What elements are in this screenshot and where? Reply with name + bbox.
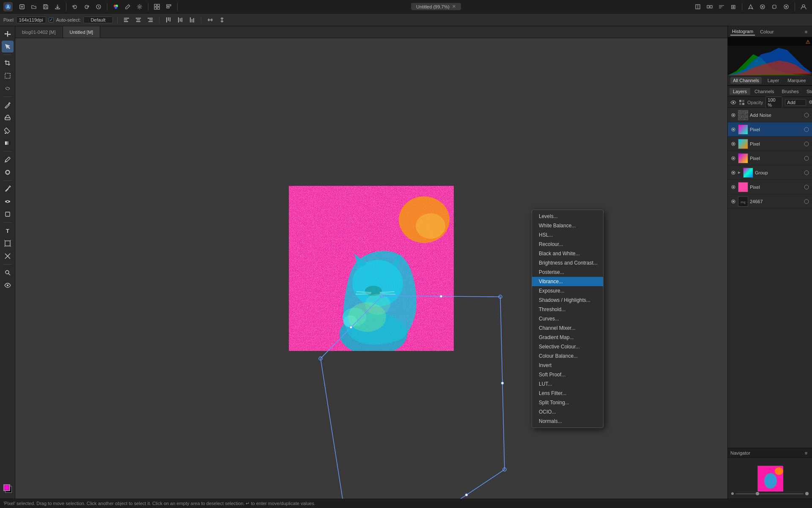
menu-item-posterise[interactable]: Posterise... [532, 268, 603, 277]
menu-item-hsl[interactable]: HSL... [532, 230, 603, 240]
menu-item-invert[interactable]: Invert [532, 361, 603, 370]
menu-item-recolour[interactable]: Recolour... [532, 240, 603, 249]
menu-new[interactable] [17, 2, 27, 12]
tool-select[interactable] [2, 41, 14, 52]
distribute-v[interactable] [217, 15, 227, 25]
menu-item-normals[interactable]: Normals... [532, 417, 603, 426]
menu-item-exposure[interactable]: Exposure... [532, 286, 603, 295]
menu-item-lut[interactable]: LUT... [532, 379, 603, 389]
menu-item-lens-filter[interactable]: Lens Filter... [532, 389, 603, 398]
tool-pen[interactable] [2, 183, 14, 195]
tool-freehand[interactable] [2, 83, 14, 94]
align-middle-v[interactable] [176, 15, 185, 25]
nav-menu-icon[interactable]: ≡ [803, 450, 809, 456]
layer-item-pixel-1[interactable]: Pixel [728, 122, 812, 137]
view-toggle[interactable] [693, 2, 703, 12]
tool-artboard[interactable] [2, 237, 14, 249]
layer-item-pixel-3[interactable]: Pixel [728, 151, 812, 166]
macro-btn[interactable]: ⊞ [728, 2, 738, 12]
menu-history[interactable] [93, 2, 104, 12]
menu-open[interactable] [29, 2, 39, 12]
menu-item-colour-balance[interactable]: Colour Balance... [532, 351, 603, 361]
align-right[interactable] [145, 15, 155, 25]
tool-eyedropper[interactable] [2, 154, 14, 166]
menu-item-vibrance[interactable]: Vibrance... [532, 277, 603, 286]
layer-vis-group[interactable] [730, 170, 736, 176]
blend-mode[interactable]: Add [785, 99, 806, 106]
panel-tab-stock[interactable]: Stock [803, 88, 812, 95]
hist-tab-colour[interactable]: Colour [758, 28, 775, 35]
layer-item-add-noise[interactable]: Add Noise [728, 108, 812, 122]
tool-text[interactable]: T [2, 225, 14, 237]
size-value[interactable]: 164x119dpi [16, 17, 46, 23]
layer-vis-0[interactable] [730, 112, 736, 118]
menu-item-levels[interactable]: Levels... [532, 212, 603, 221]
subtab-layer[interactable]: Layer [765, 77, 782, 84]
tool-recolor[interactable] [2, 166, 14, 178]
layer-vis-5[interactable] [730, 199, 736, 204]
tool-color-swatch[interactable] [2, 483, 14, 494]
menu-item-brightness-contrast[interactable]: Brightness and Contrast... [532, 258, 603, 268]
tool-move[interactable] [2, 28, 14, 40]
tool-erase[interactable] [2, 112, 14, 124]
align-left[interactable] [122, 15, 131, 25]
align-bottom[interactable] [187, 15, 197, 25]
align-center-h[interactable] [134, 15, 143, 25]
nav-slider-track[interactable] [735, 493, 804, 494]
group-arrow[interactable]: ▶ [738, 171, 741, 174]
tool-zoom[interactable] [2, 267, 14, 279]
menu-item-ocio[interactable]: OCIO... [532, 407, 603, 417]
menu-item-gradient-map[interactable]: Gradient Map... [532, 333, 603, 342]
tool-slice[interactable] [2, 250, 14, 262]
menu-export[interactable] [52, 2, 63, 12]
menu-item-shadows-highlights[interactable]: Shadows / Highlights... [532, 295, 603, 305]
layer-item-group[interactable]: ▶ Group [728, 166, 812, 180]
tool-marquee[interactable] [2, 70, 14, 82]
hist-expand[interactable]: ≡ [803, 28, 809, 35]
title-close[interactable]: ✕ [452, 4, 456, 9]
distribute-h[interactable] [206, 15, 215, 25]
layer-item-pixel-2[interactable]: Pixel [728, 137, 812, 151]
layer-item-24667[interactable]: img 24667 [728, 194, 812, 209]
layer-vis-4[interactable] [730, 184, 736, 190]
menu-undo[interactable] [70, 2, 80, 12]
tool-node[interactable] [2, 196, 14, 207]
tool-crop[interactable] [2, 57, 14, 69]
tool-view[interactable] [2, 279, 14, 291]
toolbar-btn-3[interactable] [769, 2, 779, 12]
menu-item-black-white[interactable]: Black and White... [532, 249, 603, 258]
menu-redo[interactable] [82, 2, 92, 12]
layer-item-pixel-4[interactable]: Pixel [728, 180, 812, 194]
arrange-mode[interactable] [705, 2, 715, 12]
tab-blog[interactable]: blog01-0402 [M] [15, 26, 63, 38]
hist-tab-histogram[interactable]: Histogram [730, 28, 755, 36]
user-icon[interactable] [798, 2, 809, 12]
layer-vis-2[interactable] [730, 141, 736, 147]
autoselect-checkbox[interactable]: ✓ [49, 17, 54, 22]
menu-item-channel-mixer[interactable]: Channel Mixer... [532, 323, 603, 333]
layer-vis-1[interactable] [730, 127, 736, 133]
menu-item-selective-colour[interactable]: Selective Colour... [532, 342, 603, 351]
menu-item-soft-proof[interactable]: Soft Proof... [532, 370, 603, 379]
nav-slider-thumb[interactable] [756, 492, 759, 495]
menu-view-mode[interactable] [152, 2, 162, 12]
menu-settings[interactable] [134, 2, 145, 12]
layer-settings-icon[interactable]: ⚙ [809, 99, 812, 106]
tab-untitled[interactable]: Untitled [M] [63, 26, 101, 38]
tool-paint[interactable] [2, 99, 14, 111]
autoselect-value[interactable]: Default [83, 17, 113, 23]
nav-zoom-in[interactable] [805, 492, 809, 495]
toolbar-btn-4[interactable] [781, 2, 791, 12]
panel-tab-channels[interactable]: Channels [751, 88, 777, 95]
panel-tab-layers[interactable]: Layers [730, 88, 750, 95]
toolbar-btn-2[interactable] [757, 2, 768, 12]
zoom-mode[interactable] [716, 2, 727, 12]
canvas-workspace[interactable] [15, 38, 727, 499]
menu-brush-select[interactable] [123, 2, 133, 12]
tool-gradient[interactable] [2, 137, 14, 149]
panel-tab-brushes[interactable]: Brushes [779, 88, 802, 95]
menu-item-curves[interactable]: Curves... [532, 314, 603, 323]
menu-item-split-toning[interactable]: Split Toning... [532, 398, 603, 407]
menu-color[interactable] [111, 2, 121, 12]
menu-item-threshold[interactable]: Threshold... [532, 305, 603, 314]
